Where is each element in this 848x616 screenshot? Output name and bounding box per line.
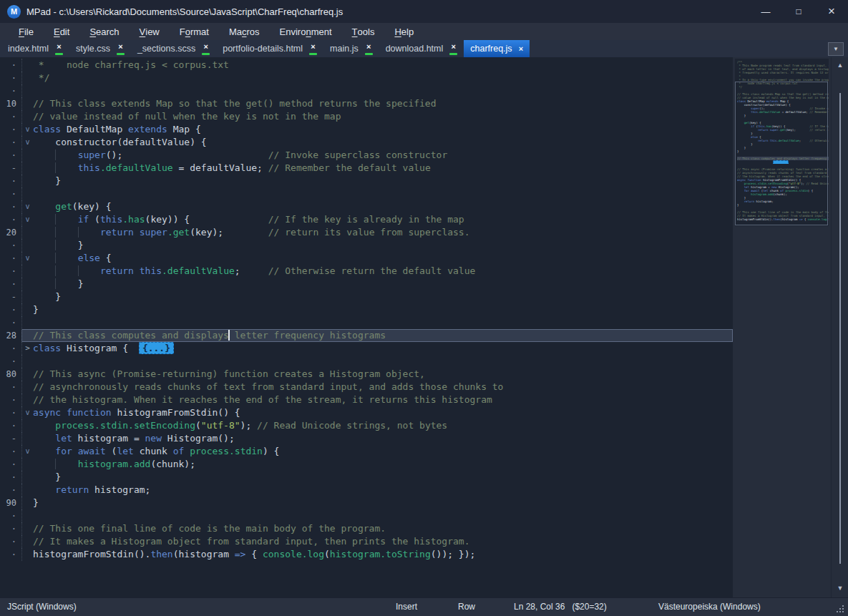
line-number: ·: [0, 239, 21, 252]
tab-label: main.js: [330, 44, 359, 54]
code-content: class DefaultMap extends Map {: [33, 123, 733, 136]
tab-close-icon[interactable]: ×: [519, 45, 523, 53]
tab-index.html[interactable]: index.html×: [1, 40, 69, 57]
code-line[interactable]: · process.stdin.setEncoding("utf-8"); //…: [0, 419, 733, 432]
fold-expanded-icon[interactable]: v: [21, 445, 33, 458]
code-line[interactable]: - let histogram = new Histogram();: [0, 432, 733, 445]
code-line[interactable]: · */: [0, 72, 733, 84]
tab-close-icon[interactable]: ×: [55, 43, 63, 55]
scroll-up-icon[interactable]: ▲: [832, 62, 848, 69]
line-number: ·: [0, 59, 21, 72]
menu-view[interactable]: View: [130, 23, 170, 40]
code-line[interactable]: - this.defaultValue = defaultValue; // R…: [0, 162, 733, 175]
maximize-button[interactable]: □: [782, 0, 815, 23]
fold-expanded-icon[interactable]: v: [21, 136, 33, 149]
code-line[interactable]: ·// the histogram. When it reaches the e…: [0, 393, 733, 406]
code-line[interactable]: ·// value instead of null when the key i…: [0, 110, 733, 123]
code-line[interactable]: ·// This one final line of code is the m…: [0, 522, 733, 535]
fold-expanded-icon[interactable]: v: [21, 406, 33, 419]
code-line[interactable]: · }: [0, 471, 733, 484]
code-line[interactable]: 28// This class computes and displays le…: [0, 329, 733, 342]
code-line[interactable]: ·// asynchronously reads chunks of text …: [0, 381, 733, 393]
tab-style.css[interactable]: style.css×: [69, 40, 131, 57]
minimize-button[interactable]: —: [749, 0, 782, 23]
folded-code-placeholder[interactable]: {...}: [139, 342, 174, 354]
folded-code-placeholder[interactable]: {...}: [773, 160, 789, 164]
minimap-line: histogramFromStdin().then(histogram => {…: [737, 217, 829, 221]
fold-expanded-icon[interactable]: v: [21, 213, 33, 226]
code-line[interactable]: ·histogramFromStdin().then(histogram => …: [0, 548, 733, 561]
tab-_sections.scss[interactable]: _sections.scss×: [131, 40, 216, 57]
fold-expanded-icon[interactable]: v: [21, 123, 33, 136]
tab-label: _sections.scss: [137, 44, 195, 54]
scroll-down-icon[interactable]: ▼: [832, 585, 848, 592]
code-line[interactable]: ·vasync function histogramFromStdin() {: [0, 406, 733, 419]
fold-expanded-icon[interactable]: v: [21, 252, 33, 265]
code-line[interactable]: - }: [0, 290, 733, 303]
tab-close-icon[interactable]: ×: [365, 43, 373, 55]
tab-portfolio-details.html[interactable]: portfolio-details.html×: [216, 40, 323, 57]
menu-search[interactable]: Search: [79, 23, 129, 40]
menu-tools[interactable]: Tools: [342, 23, 385, 40]
code-line[interactable]: 80// This async (Promise-returning) func…: [0, 368, 733, 381]
fold-gutter: [21, 97, 33, 110]
tab-saved-indicator: [309, 53, 317, 55]
resize-grip[interactable]: [835, 604, 844, 612]
code-line[interactable]: ·}: [0, 303, 733, 316]
menu-macros[interactable]: Macros: [219, 23, 270, 40]
fold-expanded-icon[interactable]: v: [21, 200, 33, 213]
tab-saved-indicator: [55, 53, 63, 55]
fold-gutter: [21, 522, 33, 535]
line-number: ·: [0, 393, 21, 406]
tab-saved-indicator: [202, 53, 210, 55]
code-line[interactable]: 10// This class extends Map so that the …: [0, 97, 733, 110]
code-line[interactable]: ·v else {: [0, 252, 733, 265]
code-line[interactable]: ·v constructor(defaultValue) {: [0, 136, 733, 149]
code-line[interactable]: ·v get(key) {: [0, 200, 733, 213]
code-line[interactable]: · }: [0, 175, 733, 187]
code-editor[interactable]: · * node charfreq.js < corpus.txt· */·10…: [0, 57, 733, 597]
code-line[interactable]: · super(); // Invoke superclass construc…: [0, 149, 733, 162]
line-number: ·: [0, 406, 21, 419]
code-line[interactable]: ·: [0, 84, 733, 97]
tab-download.html[interactable]: download.html×: [379, 40, 464, 57]
code-line[interactable]: ·>class Histogram { {...}: [0, 342, 733, 355]
code-line[interactable]: · histogram.add(chunk);: [0, 458, 733, 471]
code-content: // value instead of null when the key is…: [33, 110, 733, 123]
line-number: ·: [0, 509, 21, 522]
tab-charfreq.js[interactable]: charfreq.js×: [464, 40, 530, 57]
code-line[interactable]: ·// It makes a Histogram object from sta…: [0, 535, 733, 548]
code-line[interactable]: ·vclass DefaultMap extends Map {: [0, 123, 733, 136]
code-line[interactable]: 20 return super.get(key); // return its …: [0, 226, 733, 239]
close-button[interactable]: ×: [815, 0, 848, 23]
code-line[interactable]: · return histogram;: [0, 484, 733, 497]
tab-main.js[interactable]: main.js×: [323, 40, 379, 57]
code-line[interactable]: ·: [0, 509, 733, 522]
code-line[interactable]: ·v for await (let chunk of process.stdin…: [0, 445, 733, 458]
tab-close-icon[interactable]: ×: [202, 43, 210, 55]
code-line[interactable]: · }: [0, 239, 733, 252]
fold-collapsed-icon[interactable]: >: [21, 342, 33, 355]
code-line[interactable]: ·: [0, 355, 733, 368]
minimap[interactable]: /** * This Node program reads text from …: [735, 59, 829, 226]
menu-edit[interactable]: Edit: [44, 23, 79, 40]
fold-gutter: [21, 72, 33, 84]
tab-close-icon[interactable]: ×: [117, 43, 125, 55]
code-line[interactable]: ·v if (this.has(key)) { // If the key is…: [0, 213, 733, 226]
code-line[interactable]: 90}: [0, 497, 733, 509]
scrollbar-thumb[interactable]: [839, 93, 841, 564]
code-line[interactable]: · * node charfreq.js < corpus.txt: [0, 59, 733, 72]
code-content: return super.get(key); // return its val…: [33, 226, 733, 239]
code-line[interactable]: ·: [0, 316, 733, 329]
menu-environment[interactable]: Environment: [270, 23, 342, 40]
menu-format[interactable]: Format: [170, 23, 219, 40]
menu-file[interactable]: File: [9, 23, 44, 40]
vertical-scrollbar[interactable]: ▲ ▼: [831, 57, 848, 597]
code-line[interactable]: ·: [0, 187, 733, 200]
code-line[interactable]: · return this.defaultValue; // Otherwise…: [0, 265, 733, 278]
tab-list-dropdown-icon[interactable]: ▼: [828, 42, 844, 56]
tab-close-icon[interactable]: ×: [449, 43, 457, 55]
menu-help[interactable]: Help: [384, 23, 424, 40]
code-line[interactable]: · }: [0, 278, 733, 290]
tab-close-icon[interactable]: ×: [309, 43, 317, 55]
